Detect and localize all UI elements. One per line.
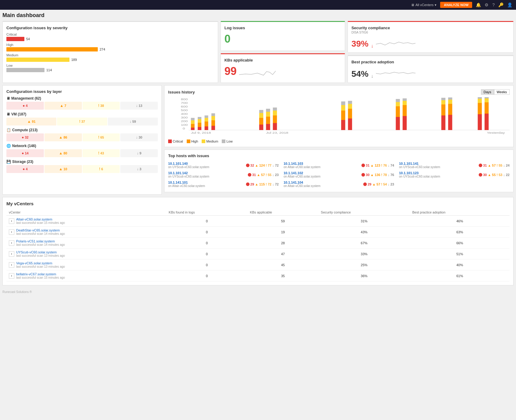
legend-high-color xyxy=(187,139,190,143)
severity-card: Configuration issues by severity Critica… xyxy=(2,21,218,83)
history-header: Issues history Days Weeks xyxy=(168,89,510,95)
gear-icon[interactable]: ⚙ xyxy=(485,2,489,7)
footer: Runecast Solutions ® xyxy=(0,288,516,296)
legend-critical-label: Critical xyxy=(173,139,183,143)
low-icon: ↓ xyxy=(137,151,139,155)
bestpractice-card[interactable]: Best practice adoption 54% ↓ xyxy=(348,55,514,83)
host-row: 10.1.101.142 on UYScuti-vC60.solar.syste… xyxy=(168,171,279,179)
medium-count: 65 xyxy=(100,136,104,139)
user-icon[interactable]: 👤 xyxy=(507,2,512,7)
best-practice-cell: 46% xyxy=(410,216,510,227)
host-info: 10.1.101.140 on UYScuti-vC60.solar.syste… xyxy=(168,162,244,169)
host-high-icon: ▲ xyxy=(488,164,491,167)
host-ip-link[interactable]: 10.1.101.123 xyxy=(399,171,419,175)
host-medium-count: 77 xyxy=(268,164,271,167)
layer-segment-critical: ● 32 xyxy=(6,133,44,141)
svg-rect-53 xyxy=(403,105,407,116)
svg-rect-32 xyxy=(266,117,270,124)
vcenter-name-link[interactable]: Altair-vC60.solar.system xyxy=(16,217,52,221)
severity-row-low: Low 114 xyxy=(6,64,214,72)
host-ip-link[interactable]: 10.1.141.101 xyxy=(168,181,188,184)
low-icon: ↓ xyxy=(136,135,138,139)
host-high-count: 55 xyxy=(492,173,496,177)
host-low-count: 72 xyxy=(275,182,279,186)
high-count: 10 xyxy=(63,167,67,171)
svg-rect-42 xyxy=(341,105,345,111)
medium-icon: ! xyxy=(98,135,99,139)
layer-segment-critical: ● 14 xyxy=(6,149,44,157)
weeks-toggle-button[interactable]: Weeks xyxy=(494,89,510,95)
col-kbs-logs: KBs found in logs xyxy=(166,209,248,216)
vcenters-table: vCenter KBs found in logs KBs applicable… xyxy=(6,209,510,281)
expand-button[interactable]: › xyxy=(9,229,14,235)
vcenters-card: My vCenters vCenter KBs found in logs KB… xyxy=(2,197,514,285)
key-icon[interactable]: 🔑 xyxy=(498,2,504,7)
host-medium-icon: ! xyxy=(497,164,498,167)
host-high-count: 57 xyxy=(492,164,496,167)
page-title: Main dashboard xyxy=(2,12,514,19)
svg-rect-61 xyxy=(448,104,452,115)
svg-rect-58 xyxy=(441,100,445,104)
severity-label-critical: Critical xyxy=(6,33,214,36)
legend-high-label: High xyxy=(191,139,198,143)
best-practice-cell: 40% xyxy=(410,259,510,270)
expand-button[interactable]: › xyxy=(9,273,14,279)
svg-text:600: 600 xyxy=(181,105,188,108)
vcenter-name-link[interactable]: UYScuti-vC60.solar.system xyxy=(16,250,57,254)
layer-segment-low: ↓ 59 xyxy=(108,118,158,125)
vcenter-name-link[interactable]: Vega-vC65.solar.system xyxy=(16,261,52,265)
expand-button[interactable]: › xyxy=(9,251,14,257)
host-system: on UYScuti-vC60.solar.system xyxy=(168,165,244,169)
host-low-icon: ↓ xyxy=(388,164,390,167)
host-info: 10.1.101.141 on UYScuti-vC60.solar.syste… xyxy=(399,162,477,169)
security-card[interactable]: Security compliance DISA STIG6 39% ↓ xyxy=(348,21,514,53)
help-icon[interactable]: ? xyxy=(492,2,495,7)
vcenter-name-link[interactable]: Polaris-vC51.solar.system xyxy=(16,239,55,243)
vcenter-selector[interactable]: 🖥 All vCenters ▾ xyxy=(411,3,436,7)
security-subtitle: DISA STIG6 xyxy=(352,31,510,34)
col-kbs-applicable: KBs applicable xyxy=(247,209,318,216)
host-critical-icon: ⬤ xyxy=(363,182,367,186)
low-count: 13 xyxy=(139,104,142,108)
svg-rect-12 xyxy=(191,120,195,124)
svg-rect-35 xyxy=(273,123,277,130)
host-high-icon: ▲ xyxy=(370,164,374,167)
kbs-value: 99 xyxy=(224,65,237,78)
vcenter-name-link[interactable]: bellatrix-vC67.solar.system xyxy=(16,272,56,276)
expand-button[interactable]: › xyxy=(9,240,14,246)
host-medium-icon: ! xyxy=(497,173,498,177)
host-ip-link[interactable]: 10.1.141.103 xyxy=(284,162,303,165)
host-ip-link[interactable]: 10.1.141.102 xyxy=(284,171,303,175)
severity-bar-medium xyxy=(6,58,69,62)
svg-rect-21 xyxy=(205,115,208,118)
notification-icon[interactable]: 🔔 xyxy=(476,2,481,7)
bestpractice-title: Best practice adoption xyxy=(352,60,510,64)
host-system: on UYScuti-vC60.solar.system xyxy=(399,165,477,169)
log-issues-title: Log issues xyxy=(224,26,341,30)
host-counts: ⬤ 31 ▲ 123 ! 76 ↓ 74 xyxy=(361,163,394,167)
medium-count: 43 xyxy=(100,151,104,155)
log-issues-card[interactable]: Log issues 0 xyxy=(221,21,345,51)
table-row: › Vega-vC65.solar.system last successful… xyxy=(6,259,510,270)
svg-rect-19 xyxy=(205,122,208,126)
analyze-now-button[interactable]: ANALYZE NOW xyxy=(440,2,472,8)
kbs-logs-cell: 0 xyxy=(166,249,248,259)
svg-rect-11 xyxy=(191,124,195,128)
vcenter-name-link[interactable]: DeathStar-vC65.solar.system xyxy=(16,228,60,232)
host-high-icon: ▲ xyxy=(255,182,258,186)
svg-rect-51 xyxy=(396,99,400,102)
host-medium-icon: ! xyxy=(381,164,382,167)
layer-icon: 🖥 xyxy=(6,112,10,116)
expand-button[interactable]: › xyxy=(9,262,14,268)
host-low-count: 23 xyxy=(391,182,394,186)
high-icon: ▲ xyxy=(60,104,64,108)
host-ip-link[interactable]: 10.1.101.142 xyxy=(168,171,188,175)
host-ip-link[interactable]: 10.1.141.104 xyxy=(284,181,303,184)
host-ip-link[interactable]: 10.1.101.141 xyxy=(399,162,419,165)
host-ip-link[interactable]: 10.1.101.140 xyxy=(168,162,188,165)
kbs-card[interactable]: KBs applicable 99 xyxy=(221,53,345,83)
history-title: Issues history xyxy=(168,90,195,94)
legend-critical-color xyxy=(168,139,172,143)
days-toggle-button[interactable]: Days xyxy=(481,89,494,95)
expand-button[interactable]: › xyxy=(9,218,14,224)
